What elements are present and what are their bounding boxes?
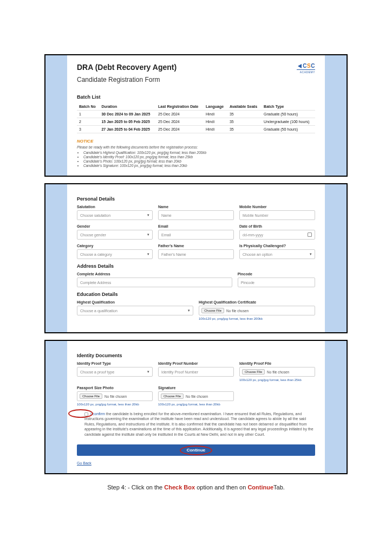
csc-academy-logo: CSC ACADEMY: [297, 63, 315, 74]
passport-photo-label: Passport Size Photo: [77, 386, 153, 390]
signature-label: Signature: [158, 386, 234, 390]
salutation-select[interactable]: Choose salutation: [77, 210, 153, 220]
email-input[interactable]: Email: [158, 230, 234, 240]
gender-label: Gender: [77, 224, 153, 228]
mobile-input[interactable]: Mobile Number: [239, 210, 315, 220]
id-proof-number-input[interactable]: Identity Proof Number: [158, 367, 234, 377]
id-proof-file-label: Identity Proof File: [239, 362, 315, 365]
qualification-cert-file[interactable]: Choose File No file chosen: [199, 306, 315, 315]
form-card: DRA (Debt Recovery Agent) Candidate Regi…: [67, 55, 325, 176]
address-details-heading: Address Details: [77, 263, 315, 269]
choose-file-button[interactable]: Choose File: [80, 393, 102, 399]
highest-qualification-select[interactable]: Choose a qualification: [77, 306, 193, 315]
name-input[interactable]: Name: [158, 210, 234, 220]
notice-list: Candidate's Highest Qualification: 100x1…: [77, 151, 315, 167]
file-hint: 100x120 px, png/jpg format, less than 20…: [77, 403, 153, 406]
address-input[interactable]: Complete Address: [77, 278, 232, 287]
gender-select[interactable]: Choose gender: [77, 230, 153, 240]
mobile-label: Mobile Number: [239, 205, 315, 209]
choose-file-button[interactable]: Choose File: [161, 393, 184, 399]
form-card: Personal Details Salutation Choose salut…: [67, 184, 325, 332]
email-label: Email: [158, 224, 234, 228]
table-row: 327 Jan 2025 to 04 Feb 202525 Dec 2024Hi…: [77, 126, 315, 133]
batch-list-heading: Batch List: [77, 94, 315, 100]
go-back-link[interactable]: Go Back: [77, 461, 92, 465]
batch-list-table: Batch No Duration Last Registration Date…: [77, 103, 315, 133]
father-label: Father's Name: [158, 244, 234, 248]
identity-documents-heading: Identity Documents: [77, 353, 315, 358]
screenshot-panel-3: Identity Documents Identity Proof Type C…: [44, 340, 348, 474]
declaration-row: I confirm the candidate is being enrolle…: [77, 411, 315, 437]
highest-qualification-label: Highest Qualification: [77, 300, 193, 304]
id-proof-file[interactable]: Choose File No file chosen: [239, 367, 315, 377]
id-proof-type-label: Identity Proof Type: [77, 362, 153, 365]
logo-arrow-icon: [298, 64, 302, 68]
address-label: Complete Address: [77, 272, 232, 276]
screenshot-panel-1: DRA (Debt Recovery Agent) Candidate Regi…: [44, 54, 348, 177]
notice-intro: Please be ready with the following docum…: [77, 145, 315, 149]
choose-file-button[interactable]: Choose File: [201, 308, 224, 313]
signature-file[interactable]: Choose File No file chosen: [158, 391, 234, 401]
file-hint: 100x120 px, png/jpg format, less than 20…: [199, 317, 315, 320]
annotation-circle-icon: [68, 409, 93, 418]
step-instruction: Step 4: - Click on the Check Box option …: [44, 484, 348, 491]
category-label: Category: [77, 244, 153, 248]
table-row: 215 Jan 2025 to 05 Feb 202525 Dec 2024Hi…: [77, 118, 315, 126]
id-proof-number-label: Identity Proof Number: [158, 362, 234, 365]
salutation-label: Salutation: [77, 205, 153, 209]
personal-details-heading: Personal Details: [77, 196, 315, 202]
annotation-circle-icon: [180, 446, 212, 455]
qualification-cert-label: Highest Qualification Certificate: [199, 300, 315, 304]
pincode-label: Pincode: [238, 272, 315, 276]
file-hint: 100x120 px, png/jpg format, less than 25…: [239, 378, 315, 382]
form-card: Identity Documents Identity Proof Type C…: [67, 341, 325, 473]
file-hint: 100x120 px, png/jpg format, less than 20…: [158, 403, 234, 406]
continue-button[interactable]: Continue: [77, 444, 315, 456]
notice-heading: NOTICE: [77, 139, 315, 144]
page-subtitle: Candidate Registration Form: [77, 76, 177, 83]
page-title: DRA (Debt Recovery Agent): [77, 63, 177, 72]
dob-input[interactable]: dd-mm-yyyy: [239, 230, 315, 240]
screenshot-panel-2: Personal Details Salutation Choose salut…: [44, 183, 348, 333]
father-input[interactable]: Father's Name: [158, 249, 234, 259]
declaration-text: the candidate is being enrolled for the …: [84, 412, 313, 436]
choose-file-button[interactable]: Choose File: [242, 369, 265, 375]
dob-label: Date of Birth: [239, 224, 315, 228]
pincode-input[interactable]: Pincode: [238, 278, 315, 287]
passport-photo-file[interactable]: Choose File No file chosen: [77, 391, 153, 401]
id-proof-type-select[interactable]: Choose a proof type: [77, 367, 153, 377]
category-select[interactable]: Choose a category: [77, 249, 153, 259]
name-label: Name: [158, 205, 234, 209]
physically-challenged-select[interactable]: Choose an option: [239, 249, 315, 259]
table-row: 130 Dec 2024 to 09 Jan 202525 Dec 2024Hi…: [77, 111, 315, 118]
education-details-heading: Education Details: [77, 292, 315, 297]
physically-challenged-label: Is Physically Challenged?: [239, 244, 315, 248]
calendar-icon: [308, 233, 312, 237]
